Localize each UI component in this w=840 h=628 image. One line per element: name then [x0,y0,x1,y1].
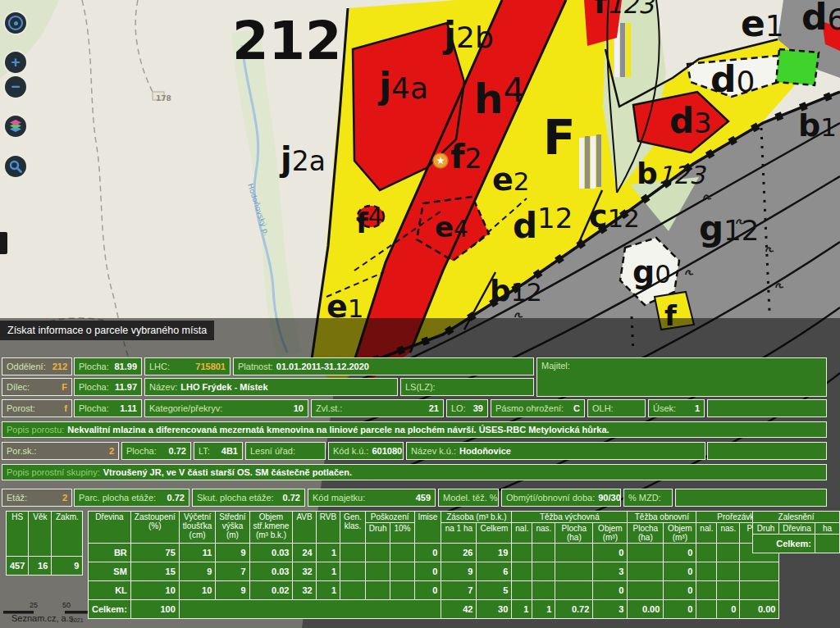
cell: 0.00 [628,600,664,619]
cell: 0 [664,600,696,619]
cell [512,544,532,562]
cell: 0.72 [555,600,593,619]
field-value: 715801 [195,362,226,371]
cell: 42 [441,600,477,619]
parcel-label: f2 [450,138,482,175]
field-value: 0.72 [283,493,300,503]
cell [696,562,717,581]
field-lt: LT: 4B1 [194,442,243,460]
field-label: OLH: [592,403,614,413]
field-label: Popis porostní skupiny: [7,467,100,477]
field-label: Zvl.st.: [316,403,342,413]
field-label: Majitel: [541,361,570,371]
cell: 30 [477,600,512,619]
col-header: Zakm. [52,512,83,557]
locate-button[interactable] [3,11,28,35]
field-value: 39 [473,403,483,413]
cell: 32 [293,562,316,581]
parcel-label: j2a [279,140,326,178]
col-header: Výčetní tloušťka (cm) [179,512,215,544]
col-header: AVB [293,512,316,544]
field-plocha-porsk: Plocha: 0.72 [121,442,191,460]
zoom-out-button[interactable]: − [3,75,28,99]
plus-icon: + [11,54,20,70]
col-header: Druh [365,523,390,544]
parcel-label: d0 [710,58,755,100]
field-nazev: Název: LHO Frýdek - Místek [144,378,398,396]
cell: Celkem: [89,600,131,619]
search-button[interactable] [3,154,28,179]
field-value: 0.72 [167,493,185,503]
field-value: 2 [109,446,114,456]
parcel-label: j2b [442,14,494,56]
cell [555,544,593,562]
cell: 9 [216,544,249,562]
col-header: Věk [29,512,52,557]
species-row: KL101090.0232107500 [89,581,779,600]
field-value: F [62,382,67,392]
cell: 5 [477,581,512,600]
field-value: 1.11 [120,403,137,413]
cell: 75 [130,544,179,562]
field-label: Plocha: [126,446,157,456]
cell [179,600,441,619]
field-value: 01.01.2011-31.12.2020 [276,362,369,371]
field-lo: LO: 39 [446,399,488,417]
cell [532,581,555,600]
cell [390,544,414,562]
parcel-label: g0 [632,254,671,290]
field-label: Platnost: [238,362,273,371]
forest-map-app: 212j2bj4ah4Ff2j2ae2f4e4d12c12g12b12g0e1f… [0,0,840,628]
cell: Celkem: [753,535,815,553]
total-row: Celkem:1004230110.7230.00000.00 [89,600,779,619]
field-skut-plocha-etaze: Skut. plocha etáže: 0.72 [192,489,305,507]
field-oddeleni: Oddělení: 212 [2,357,72,375]
field-label: Model. těž. %: [443,493,499,503]
species-table: Dřevina Zastoupení (%) Výčetní tloušťka … [88,511,779,619]
col-header: Plocha (ha) [555,523,593,544]
cell [696,581,717,600]
field-value: 11.97 [115,382,137,392]
col-header: nas. [717,523,740,544]
attribution-year: 2021 [71,617,84,623]
map-tooltip: Získat informace o parcele vybraného mís… [0,321,214,340]
col-group-header: Zásoba (m³ b.k.) [441,512,512,523]
cell [365,581,390,600]
layers-button[interactable] [3,114,28,139]
col-header: Plocha (ha) [628,523,664,544]
field-label: LS(LZ): [405,382,436,392]
field-dilec: Dílec: F [2,378,72,396]
cell: SM [89,562,131,581]
field-majitel: Majitel: [536,357,827,397]
col-header: nas. [532,523,555,544]
cell [512,562,532,581]
cell: 0 [593,544,628,562]
cell [628,581,664,600]
cell [365,544,390,562]
cell: 0 [664,544,696,562]
parcel-label: d3 [669,101,712,141]
scale-label-25: 25 [30,601,38,609]
cell [555,562,593,581]
cell: 16 [29,557,52,576]
field-plocha-porost: Plocha: 1.11 [74,399,142,417]
col-header: Imise [414,512,441,544]
field-model-tez: Model. těž. %: 0 [438,489,499,507]
cell: KL [89,581,131,600]
col-header: na 1 ha [441,523,477,544]
partial-control[interactable] [0,232,7,254]
col-header: Objem (m³) [664,523,696,544]
attribution-text: Seznam.cz, a.s. [11,613,75,623]
col-header: Objem (m³) [593,523,628,544]
field-value: f [64,403,67,413]
cell: 24 [293,544,316,562]
field-lslz: LS(LZ): [400,378,534,396]
field-value: C [573,403,580,413]
field-label: Obmýtí/obnovní doba: [506,493,595,503]
cell [340,581,366,600]
zoom-in-button[interactable]: + [3,50,28,75]
table-row: 457 16 9 [7,557,83,576]
parcel-label: j4a [377,65,428,107]
cell [740,562,779,581]
col-header: nal. [512,523,532,544]
